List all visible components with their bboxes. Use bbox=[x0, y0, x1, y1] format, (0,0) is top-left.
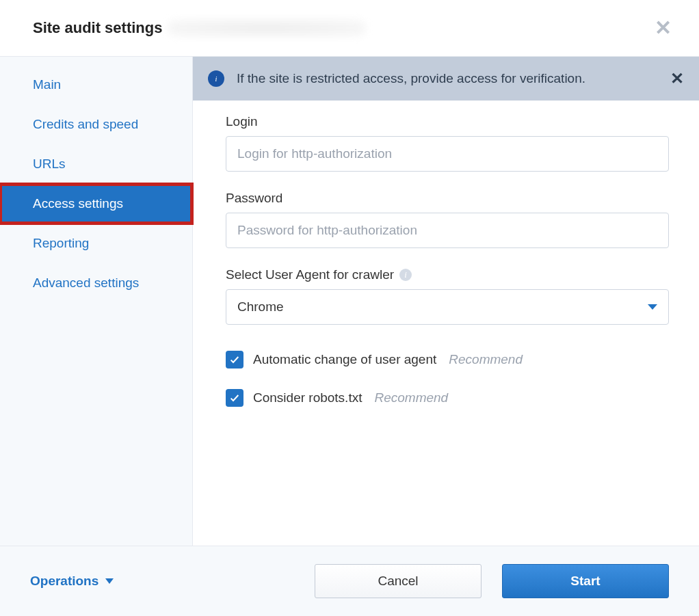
password-input[interactable] bbox=[226, 213, 669, 248]
help-icon[interactable]: i bbox=[399, 269, 412, 281]
sidebar-item-advanced-settings[interactable]: Advanced settings bbox=[0, 263, 192, 303]
notice-text: If the site is restricted access, provid… bbox=[237, 71, 658, 86]
sidebar-item-access-settings[interactable]: Access settings bbox=[0, 184, 192, 224]
close-icon[interactable]: ✕ bbox=[655, 18, 672, 38]
recommend-badge: Recommend bbox=[374, 390, 448, 405]
auto-change-row: Automatic change of user agent Recommend bbox=[226, 351, 669, 369]
sidebar-item-urls[interactable]: URLs bbox=[0, 144, 192, 184]
project-name-obscured bbox=[168, 20, 366, 36]
sidebar-item-label: URLs bbox=[33, 157, 66, 171]
login-label: Login bbox=[226, 114, 669, 129]
sidebar-item-credits-speed[interactable]: Credits and speed bbox=[0, 105, 192, 144]
user-agent-label: Select User Agent for crawler i bbox=[226, 267, 669, 282]
password-label: Password bbox=[226, 191, 669, 206]
user-agent-select[interactable]: Chrome bbox=[226, 289, 669, 325]
select-value: Chrome bbox=[237, 299, 284, 314]
robots-row: Consider robots.txt Recommend bbox=[226, 389, 669, 407]
login-input[interactable] bbox=[226, 136, 669, 172]
user-agent-field: Select User Agent for crawler i Chrome bbox=[226, 267, 669, 325]
dialog-title: Site audit settings bbox=[33, 19, 162, 37]
sidebar-item-label: Credits and speed bbox=[33, 117, 138, 131]
start-button[interactable]: Start bbox=[502, 564, 669, 598]
sidebar-item-main[interactable]: Main bbox=[0, 65, 192, 105]
auto-change-label: Automatic change of user agent bbox=[253, 352, 436, 367]
close-notice-icon[interactable]: ✕ bbox=[670, 69, 684, 88]
robots-checkbox[interactable] bbox=[226, 389, 243, 407]
auto-change-checkbox[interactable] bbox=[226, 351, 243, 369]
caret-down-icon bbox=[105, 578, 114, 584]
sidebar-item-label: Advanced settings bbox=[33, 276, 139, 290]
password-field: Password bbox=[226, 191, 669, 248]
robots-label: Consider robots.txt bbox=[253, 390, 362, 405]
sidebar-item-reporting[interactable]: Reporting bbox=[0, 224, 192, 263]
cancel-label: Cancel bbox=[378, 574, 418, 589]
sidebar-item-label: Reporting bbox=[33, 236, 89, 250]
settings-sidebar: Main Credits and speed URLs Access setti… bbox=[0, 57, 193, 546]
dialog-footer: Operations Cancel Start bbox=[0, 546, 699, 616]
main-panel: i If the site is restricted access, prov… bbox=[193, 57, 699, 546]
sidebar-item-label: Access settings bbox=[33, 196, 123, 211]
user-agent-label-text: Select User Agent for crawler bbox=[226, 267, 394, 282]
dialog-header: Site audit settings ✕ bbox=[0, 0, 699, 57]
operations-label: Operations bbox=[30, 574, 98, 589]
cancel-button[interactable]: Cancel bbox=[315, 564, 482, 598]
start-label: Start bbox=[570, 574, 600, 589]
login-field: Login bbox=[226, 114, 669, 172]
info-icon: i bbox=[208, 70, 224, 87]
operations-menu[interactable]: Operations bbox=[30, 574, 114, 589]
info-notice: i If the site is restricted access, prov… bbox=[193, 57, 699, 101]
sidebar-item-label: Main bbox=[33, 77, 61, 92]
caret-down-icon bbox=[648, 304, 657, 310]
svg-text:i: i bbox=[215, 75, 217, 83]
recommend-badge: Recommend bbox=[449, 352, 523, 367]
title-group: Site audit settings bbox=[33, 19, 366, 37]
